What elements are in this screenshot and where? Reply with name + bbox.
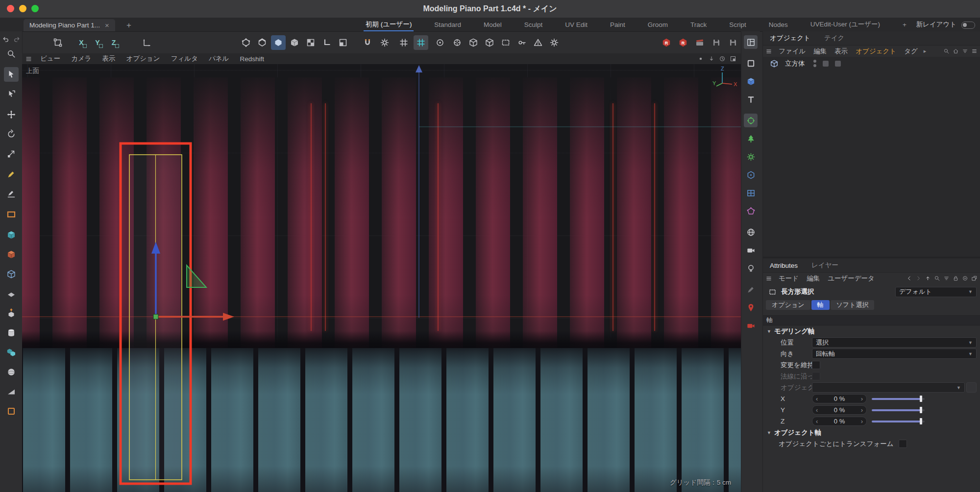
fracture-icon[interactable] (4, 404, 19, 419)
plane-primitive-icon[interactable] (4, 286, 19, 301)
tab-layers[interactable]: レイヤー (805, 261, 845, 270)
annotate-pen-icon[interactable] (744, 282, 758, 296)
instance-cube-icon[interactable] (4, 267, 19, 281)
snap-settings-gear-icon[interactable] (377, 35, 392, 50)
om-menu-tags[interactable]: タグ (900, 47, 922, 56)
tab-attributes[interactable]: Attributes (763, 262, 805, 269)
pen-tool-icon[interactable] (4, 167, 19, 182)
x-slider[interactable] (872, 394, 925, 403)
layout-lock-toggle[interactable] (961, 22, 975, 29)
layout-tab-groom[interactable]: Groom (646, 18, 670, 31)
axis-mode-button[interactable] (319, 35, 334, 50)
om-overflow-chevron-icon[interactable] (922, 48, 929, 54)
attr-sync-icon[interactable] (960, 274, 969, 283)
y-slider-handle[interactable] (920, 407, 922, 413)
attr-forward-icon[interactable] (914, 274, 923, 283)
target-pin-icon[interactable] (744, 301, 758, 314)
layout-tab-script[interactable]: Script (727, 18, 748, 31)
om-menu-file[interactable]: ファイル (775, 47, 809, 56)
tree-generator-icon[interactable] (744, 132, 758, 145)
vp-menu-camera[interactable]: カメラ (66, 54, 97, 63)
cylinder-primitive-icon[interactable] (4, 326, 19, 340)
viewport-render-dot-icon[interactable] (696, 54, 706, 64)
keep-changes-checkbox[interactable] (812, 361, 820, 369)
vp-menu-filter[interactable]: フィルタ (166, 54, 203, 63)
decrement-icon[interactable] (816, 418, 818, 425)
render-cube-icon[interactable] (482, 35, 497, 50)
quantize-grid-icon[interactable] (414, 35, 428, 50)
selection-filter-icon[interactable] (498, 35, 513, 50)
decrement-icon[interactable] (816, 395, 818, 402)
new-layout-button[interactable]: 新レイアウト (916, 18, 956, 31)
vp-menu-panel[interactable]: パネル (203, 54, 234, 63)
attr-tab-axis[interactable]: 軸 (811, 300, 830, 310)
x-value[interactable]: 0 % (834, 395, 845, 402)
tab-takes[interactable]: テイク (817, 34, 851, 43)
shape-square-icon[interactable] (744, 56, 758, 70)
decrement-icon[interactable] (816, 406, 818, 414)
attr-tab-soft[interactable]: ソフト選択 (831, 300, 875, 310)
layout-tab-initial[interactable]: 初期 (ユーザー) (364, 18, 414, 31)
camera-icon[interactable] (744, 243, 758, 257)
render-to-picture-viewer-icon[interactable] (709, 35, 724, 50)
world-globe-icon[interactable] (744, 225, 758, 239)
layout-tab-sculpt[interactable]: Sculpt (522, 18, 545, 31)
attr-filter-icon[interactable] (942, 274, 951, 283)
render-camera-icon[interactable] (744, 319, 758, 332)
rotate-tool-icon[interactable] (4, 127, 19, 141)
generator-gear-icon[interactable] (744, 150, 758, 164)
move-tool-icon[interactable] (4, 107, 19, 122)
add-document-tab-button[interactable]: + (123, 19, 134, 31)
y-axis-lock-button[interactable]: Y (91, 36, 104, 49)
om-menu-object[interactable]: オブジェクト (852, 47, 900, 56)
viewport-history-clock-icon[interactable] (717, 54, 727, 64)
wedge-primitive-icon[interactable] (4, 384, 19, 399)
layout-tab-standard[interactable]: Standard (432, 18, 463, 31)
render-settings-icon[interactable] (726, 35, 740, 50)
layout-tab-paint[interactable]: Paint (608, 18, 627, 31)
layout-panel-icon[interactable] (744, 35, 758, 49)
tab-objects[interactable]: オブジェクト (763, 34, 817, 43)
attr-popout-icon[interactable] (970, 274, 979, 283)
z-slider[interactable] (872, 417, 925, 426)
array-cubes-icon[interactable] (4, 345, 19, 360)
workplane-mode-button[interactable] (336, 35, 350, 50)
light-bulb-icon[interactable] (744, 261, 758, 275)
position-dropdown[interactable]: 選択 (812, 337, 977, 348)
increment-icon[interactable] (861, 406, 863, 414)
attr-search-icon[interactable] (932, 274, 941, 283)
redo-button[interactable] (11, 34, 22, 45)
z-axis-lock-button[interactable]: Z (107, 36, 120, 49)
y-stepper[interactable]: 0 % (812, 405, 867, 415)
viewport-layout-corner-icon[interactable] (728, 54, 738, 64)
zoom-tool-icon[interactable] (4, 47, 19, 61)
points-sphere-icon[interactable] (744, 114, 758, 127)
z-stepper[interactable]: 0 % (812, 417, 867, 426)
x-slider-handle[interactable] (920, 396, 922, 402)
orientation-dropdown[interactable]: 回転軸 (812, 349, 977, 359)
y-slider[interactable] (872, 405, 925, 415)
object-tree[interactable]: 立方体 (763, 57, 980, 257)
redshift-ipr-icon[interactable]: R (676, 35, 690, 50)
text-tool-icon[interactable] (744, 93, 758, 106)
tweak-selection-tool-icon[interactable] (4, 87, 19, 101)
om-search-icon[interactable] (942, 47, 951, 56)
vp-menu-options[interactable]: オプション (121, 54, 166, 63)
deformer-polygon-icon[interactable] (744, 204, 758, 218)
vp-menu-view[interactable]: ビュー (35, 54, 66, 63)
object-toggle-a[interactable] (823, 61, 829, 67)
undo-button[interactable] (1, 34, 11, 45)
frame-selection-icon[interactable] (50, 35, 65, 50)
key-filter-icon[interactable] (514, 35, 529, 50)
layout-tab-track[interactable]: Track (688, 18, 709, 31)
vp-menu-display[interactable]: 表示 (97, 54, 121, 63)
grid-icon[interactable] (396, 35, 411, 50)
vp-menu-redshift[interactable]: Redshift (234, 55, 270, 63)
y-value[interactable]: 0 % (834, 406, 845, 414)
visibility-dots[interactable] (813, 60, 816, 67)
attr-menu-userdata[interactable]: ユーザーデータ (824, 274, 879, 283)
edge-mode-button[interactable] (255, 35, 270, 50)
layout-tab-uvedit[interactable]: UV Edit (563, 18, 589, 31)
om-filter-icon[interactable] (960, 47, 969, 56)
spline-hexagon-icon[interactable] (744, 168, 758, 182)
